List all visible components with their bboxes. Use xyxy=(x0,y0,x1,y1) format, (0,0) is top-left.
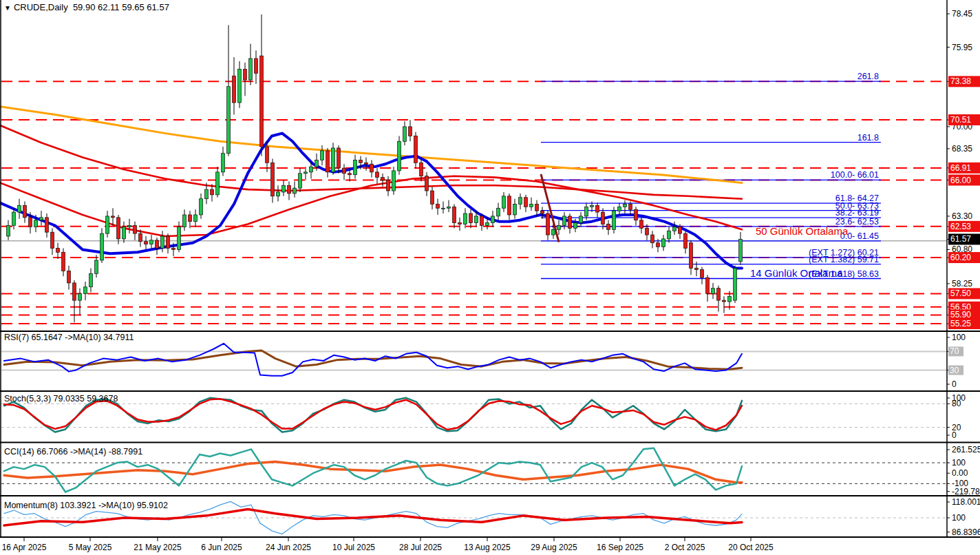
bull-candle[interactable] xyxy=(95,260,98,273)
bull-candle[interactable] xyxy=(563,216,566,226)
bear-candle[interactable] xyxy=(326,151,330,172)
bull-candle[interactable] xyxy=(557,225,561,229)
bull-candle[interactable] xyxy=(739,239,743,261)
bear-candle[interactable] xyxy=(172,248,175,249)
bull-candle[interactable] xyxy=(205,189,209,199)
bear-candle[interactable] xyxy=(657,243,660,247)
bull-candle[interactable] xyxy=(662,239,665,247)
bear-candle[interactable] xyxy=(409,127,412,136)
bull-candle[interactable] xyxy=(249,59,253,80)
bear-candle[interactable] xyxy=(717,289,721,300)
bull-candle[interactable] xyxy=(293,188,297,193)
bear-candle[interactable] xyxy=(29,218,32,227)
bull-candle[interactable] xyxy=(18,205,21,212)
bear-candle[interactable] xyxy=(568,216,572,228)
rsi-line[interactable] xyxy=(4,344,742,376)
bull-candle[interactable] xyxy=(200,199,203,215)
bull-candle[interactable] xyxy=(668,231,671,239)
bull-candle[interactable] xyxy=(299,174,302,188)
bull-candle[interactable] xyxy=(304,172,308,174)
bear-candle[interactable] xyxy=(690,243,693,269)
bull-candle[interactable] xyxy=(442,208,445,209)
bull-candle[interactable] xyxy=(315,160,319,167)
bull-candle[interactable] xyxy=(475,216,478,223)
bear-candle[interactable] xyxy=(431,191,434,204)
bull-candle[interactable] xyxy=(712,289,715,294)
bear-candle[interactable] xyxy=(233,76,236,103)
bull-candle[interactable] xyxy=(122,227,126,238)
bear-candle[interactable] xyxy=(288,185,291,193)
bull-candle[interactable] xyxy=(100,233,104,260)
bear-candle[interactable] xyxy=(67,271,71,282)
bull-candle[interactable] xyxy=(227,87,231,154)
bull-candle[interactable] xyxy=(40,218,43,220)
bear-candle[interactable] xyxy=(381,178,385,180)
bear-candle[interactable] xyxy=(156,240,159,249)
bear-candle[interactable] xyxy=(255,59,258,73)
bear-candle[interactable] xyxy=(45,218,49,232)
bull-candle[interactable] xyxy=(238,70,242,103)
bear-candle[interactable] xyxy=(266,147,269,163)
bear-candle[interactable] xyxy=(365,163,368,164)
bull-candle[interactable] xyxy=(150,240,153,244)
bear-candle[interactable] xyxy=(62,252,65,271)
bear-candle[interactable] xyxy=(387,180,390,191)
bull-candle[interactable] xyxy=(728,296,732,302)
bull-candle[interactable] xyxy=(34,220,38,227)
bear-candle[interactable] xyxy=(117,218,120,239)
bull-candle[interactable] xyxy=(194,215,198,222)
bull-candle[interactable] xyxy=(282,185,286,192)
bear-candle[interactable] xyxy=(635,209,638,220)
candlesticks[interactable] xyxy=(7,14,743,322)
bull-candle[interactable] xyxy=(612,211,616,229)
bull-candle[interactable] xyxy=(277,192,280,196)
bear-candle[interactable] xyxy=(414,136,418,163)
bull-candle[interactable] xyxy=(161,236,164,248)
bear-candle[interactable] xyxy=(706,278,710,293)
bear-candle[interactable] xyxy=(271,163,275,196)
bear-candle[interactable] xyxy=(601,212,605,224)
bull-candle[interactable] xyxy=(106,216,109,233)
bear-candle[interactable] xyxy=(260,56,264,147)
date-axis[interactable]: 16 Apr 20255 May 202521 May 20256 Jun 20… xyxy=(2,538,774,552)
bull-candle[interactable] xyxy=(734,269,737,301)
bear-candle[interactable] xyxy=(425,176,429,191)
bull-candle[interactable] xyxy=(579,216,583,223)
bear-candle[interactable] xyxy=(348,174,352,175)
bull-candle[interactable] xyxy=(89,273,93,286)
bear-candle[interactable] xyxy=(646,228,649,235)
bull-candle[interactable] xyxy=(392,171,396,191)
bear-candle[interactable] xyxy=(701,270,704,278)
bull-candle[interactable] xyxy=(222,154,225,172)
bull-candle[interactable] xyxy=(530,204,533,207)
bull-candle[interactable] xyxy=(354,160,357,174)
bear-candle[interactable] xyxy=(651,235,654,243)
bear-candle[interactable] xyxy=(640,220,643,229)
bull-candle[interactable] xyxy=(464,213,467,224)
bull-candle[interactable] xyxy=(78,293,82,300)
bull-candle[interactable] xyxy=(128,225,131,227)
bear-candle[interactable] xyxy=(679,227,682,233)
bear-candle[interactable] xyxy=(420,163,423,176)
bear-candle[interactable] xyxy=(607,224,610,230)
bear-candle[interactable] xyxy=(524,198,528,207)
bull-candle[interactable] xyxy=(673,227,677,231)
bear-candle[interactable] xyxy=(337,148,341,168)
bear-candle[interactable] xyxy=(343,168,346,174)
bull-candle[interactable] xyxy=(513,204,517,215)
bull-candle[interactable] xyxy=(178,227,181,249)
bull-candle[interactable] xyxy=(216,172,220,195)
bear-candle[interactable] xyxy=(376,172,379,178)
chevron-down-icon[interactable]: ▼ xyxy=(4,4,11,12)
bull-candle[interactable] xyxy=(519,198,522,205)
bear-candle[interactable] xyxy=(480,216,484,226)
bear-candle[interactable] xyxy=(508,196,511,215)
bull-candle[interactable] xyxy=(491,216,495,223)
bull-candle[interactable] xyxy=(618,207,621,211)
bear-candle[interactable] xyxy=(134,225,137,233)
bear-candle[interactable] xyxy=(145,242,148,244)
bull-candle[interactable] xyxy=(590,205,594,207)
bull-candle[interactable] xyxy=(585,207,588,216)
bull-candle[interactable] xyxy=(624,204,627,207)
price-axis[interactable]: 78.4575.9570.0068.3563.3060.8058.2573.38… xyxy=(947,9,980,537)
